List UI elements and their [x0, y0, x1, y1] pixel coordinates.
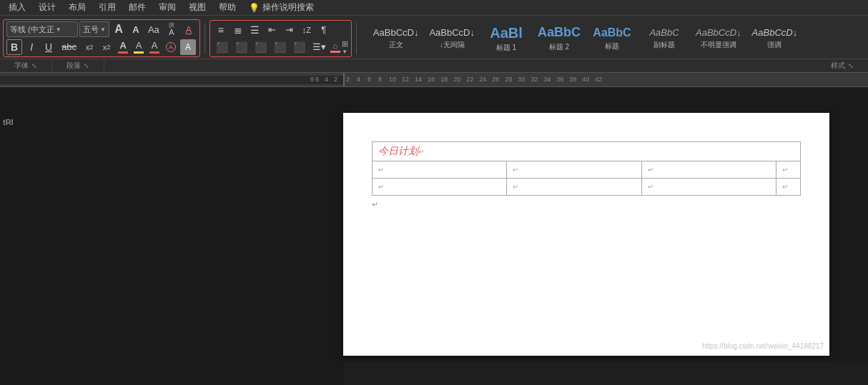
style-item-heading1[interactable]: AaBl 标题 1: [480, 19, 532, 59]
align-right-button[interactable]: ⬛: [252, 39, 270, 55]
style-item-subtitle[interactable]: AaBbC 副标题: [638, 19, 690, 59]
table-title-text: 今日计划: [378, 145, 418, 156]
table-cell-r2c3[interactable]: ↵: [641, 179, 776, 196]
ruler-tick-38: 38: [569, 76, 576, 83]
ruler-tick-14: 14: [415, 76, 422, 83]
ruler-tick-22: 22: [466, 76, 473, 83]
ribbon: 等线 (中文正 ▼ 五号 ▼ A A Aa: [0, 16, 868, 73]
style-label-heading3: 标题: [605, 41, 619, 51]
menu-item-insert[interactable]: 插入: [3, 0, 31, 15]
table-cell-r2c1[interactable]: ↵: [373, 179, 507, 196]
text-effects-button[interactable]: A: [163, 39, 179, 55]
unordered-list-button[interactable]: ≡: [213, 22, 229, 38]
ruler-tick-24: 24: [479, 76, 486, 83]
justify-button[interactable]: ⬛: [271, 39, 289, 55]
font-section-label: 字体 ⤡: [0, 61, 52, 71]
menu-item-search[interactable]: 💡 操作说明搜索: [243, 0, 320, 15]
menu-item-layout[interactable]: 布局: [63, 0, 92, 15]
table-cell-r2c2[interactable]: ↵: [507, 179, 641, 196]
font-size-dropdown[interactable]: 五号 ▼: [79, 21, 109, 37]
shading-button[interactable]: ⌂: [330, 41, 340, 53]
table-cell-r1c3[interactable]: ↵: [641, 161, 776, 179]
paragraph-row2: ⬛ ⬛ ⬛ ⬛ ⬛ ☰▾ ⌂ ⊞ ▼: [213, 39, 348, 55]
ruler-tick-20: 20: [453, 76, 460, 83]
table-cell-r2c4[interactable]: ↵: [776, 179, 801, 196]
menu-item-mail[interactable]: 邮件: [123, 0, 152, 15]
style-item-heading2[interactable]: AaBbC 标题 2: [533, 19, 586, 59]
sort-button[interactable]: ↕Z: [299, 22, 315, 38]
ruler-tick-16: 16: [428, 76, 435, 83]
style-item-subtle-emph[interactable]: AaBbCcD↓ 不明显强调: [691, 19, 746, 59]
style-preview-heading3: AaBbC: [593, 26, 631, 39]
table-cell-r1c2[interactable]: ↵: [507, 161, 641, 179]
table-cell-r1c4[interactable]: ↵: [776, 161, 801, 179]
menu-item-references[interactable]: 引用: [93, 0, 122, 15]
style-label-heading1: 标题 1: [496, 43, 516, 53]
menu-item-review[interactable]: 审阅: [153, 0, 182, 15]
ruler-tick-neg8: 8: [310, 76, 314, 83]
subscript-button[interactable]: x2: [82, 39, 97, 55]
paragraph-row1: ≡ ≣ ☰ ⇤ ⇥ ↕Z ¶: [213, 22, 348, 38]
separator2: [356, 23, 357, 54]
ruler-tick-4: 4: [357, 76, 360, 83]
bold-button[interactable]: B: [6, 39, 22, 55]
strikethrough-button[interactable]: abc: [58, 39, 80, 55]
align-distribute-button[interactable]: ⬛: [290, 39, 308, 55]
ordered-list-button[interactable]: ≣: [230, 22, 246, 38]
font-name-dropdown[interactable]: 等线 (中文正 ▼: [6, 21, 78, 37]
ruler-tick-8: 8: [378, 76, 382, 83]
ruler-tick-neg6: 6: [315, 76, 319, 83]
style-label-heading2: 标题 2: [549, 42, 569, 52]
ruler-tick-42: 42: [595, 76, 602, 83]
separator1: [204, 23, 205, 54]
increase-font-button[interactable]: A: [111, 21, 127, 37]
menu-item-help[interactable]: 帮助: [213, 0, 242, 15]
font-paragraph-area: 等线 (中文正 ▼ 五号 ▼ A A Aa: [3, 19, 363, 59]
style-item-heading3[interactable]: AaBbC 标题: [586, 19, 638, 59]
clear-format-button[interactable]: A: [181, 21, 197, 37]
style-item-no-space[interactable]: AaBbCcD↓ ↓无间隔: [424, 19, 480, 59]
ruler-tick-18: 18: [440, 76, 448, 83]
style-preview-heading1: AaBl: [490, 24, 523, 41]
menu-item-design[interactable]: 设计: [33, 0, 61, 15]
ruler-tick-28: 28: [505, 76, 512, 83]
doc-end-pilcrow: ↵: [372, 200, 801, 209]
style-item-emphasis[interactable]: AaBbCcD↓ 强调: [747, 19, 803, 59]
align-center-button[interactable]: ⬛: [232, 39, 250, 55]
format-painter-button[interactable]: Aa: [145, 21, 162, 37]
phonetic-guide-button[interactable]: 拼 A: [164, 21, 179, 37]
style-label-normal: 正文: [389, 40, 403, 50]
align-left-button[interactable]: ⬛: [213, 39, 231, 55]
sidebar-label: tRI: [3, 118, 14, 126]
borders-button[interactable]: ⊞ ▼: [342, 39, 348, 55]
style-preview-emphasis: AaBbCcD↓: [752, 27, 798, 39]
character-shading-button[interactable]: A: [180, 39, 196, 55]
increase-indent-button[interactable]: ⇥: [282, 22, 297, 38]
style-item-normal[interactable]: AaBbCcD↓ 正文: [368, 19, 424, 59]
para-expand-icon[interactable]: ⤡: [84, 62, 89, 69]
lightbulb-icon: 💡: [249, 3, 260, 13]
document-table: 今日计划↵ ↵ ↵ ↵ ↵ ↵ ↵ ↵ ↵: [372, 141, 801, 196]
font-color2-button[interactable]: A: [147, 39, 162, 55]
style-preview-subtle-emph: AaBbCcD↓: [696, 27, 741, 39]
decrease-indent-button[interactable]: ⇤: [265, 22, 280, 38]
font-format-row2: B I U abc x2 x2 A A: [6, 39, 197, 55]
superscript-button[interactable]: x2: [99, 39, 114, 55]
show-paragraph-button[interactable]: ¶: [316, 22, 332, 38]
underline-button[interactable]: U: [41, 39, 56, 55]
style-label-subtle-emph: 不明显强调: [701, 40, 736, 50]
highlight-color-button[interactable]: A: [132, 39, 146, 55]
decrease-font-button[interactable]: A: [128, 21, 144, 37]
italic-button[interactable]: I: [24, 39, 39, 55]
style-label-emphasis: 强调: [767, 40, 781, 50]
font-color2-indicator: [149, 51, 159, 54]
column-button[interactable]: ☰▾: [310, 39, 329, 55]
multilevel-list-button[interactable]: ☰: [247, 22, 263, 38]
styles-expand-icon[interactable]: ⤡: [848, 62, 854, 69]
table-cell-r1c1[interactable]: ↵: [373, 161, 507, 179]
document-page[interactable]: 今日计划↵ ↵ ↵ ↵ ↵ ↵ ↵ ↵ ↵ ↵ https://blog.csd…: [343, 113, 829, 356]
ruler-tick-2: 2: [346, 76, 350, 83]
font-expand-icon[interactable]: ⤡: [31, 62, 37, 69]
menu-item-view[interactable]: 视图: [183, 0, 212, 15]
font-color-button[interactable]: A: [116, 39, 130, 55]
